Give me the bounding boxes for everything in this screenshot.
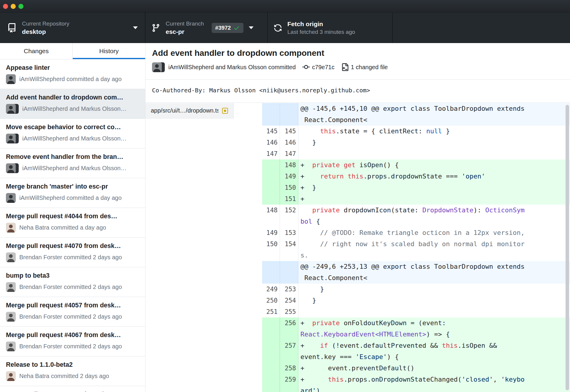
close-button[interactable] bbox=[3, 4, 8, 9]
changed-files-group: 1 changed file bbox=[341, 63, 388, 71]
commit-list-item[interactable]: Add event handler to dropdown com…iAmWil… bbox=[0, 89, 145, 119]
diff-line: 145145 this.state = { clientRect: null } bbox=[262, 126, 570, 137]
repo-icon bbox=[7, 23, 17, 33]
commit-item-byline: Neha Batra committed a day ago bbox=[6, 223, 139, 233]
changed-files-count: 1 changed file bbox=[351, 64, 388, 71]
old-line-number bbox=[262, 374, 280, 392]
main-panel: Add event handler to dropdown component … bbox=[145, 43, 570, 392]
diff-scrollbar[interactable] bbox=[566, 105, 569, 390]
branch-selector[interactable]: Current Branch esc-pr #3972 bbox=[145, 12, 268, 43]
diff-line-content: // @TODO: Remake triangle octicon in a 1… bbox=[298, 227, 570, 238]
avatar bbox=[6, 223, 16, 233]
commit-item-byline: iAmWillShepherd committed a day ago bbox=[6, 193, 139, 203]
commit-item-byline-text: Neha Batra committed a day ago bbox=[19, 224, 106, 231]
diff-line: 149153 // @TODO: Remake triangle octicon… bbox=[262, 227, 570, 238]
old-line-number: 150 bbox=[262, 238, 280, 261]
old-line-number bbox=[262, 261, 280, 284]
new-line-number: 255 bbox=[280, 306, 298, 317]
commit-list-item[interactable]: bump to beta3Brendan Forster committed 2… bbox=[0, 267, 145, 297]
new-line-number: 152 bbox=[280, 205, 298, 227]
zoom-button[interactable] bbox=[18, 4, 23, 9]
repository-name: desktop bbox=[22, 28, 69, 35]
modified-status-icon bbox=[222, 108, 228, 114]
new-line-number: 148 bbox=[280, 159, 298, 171]
old-line-number bbox=[262, 171, 280, 182]
old-line-number: 145 bbox=[262, 126, 280, 137]
diff-line: 151+ bbox=[262, 193, 570, 205]
chevron-down-icon bbox=[249, 26, 254, 29]
old-line-number bbox=[262, 317, 280, 340]
repository-label: Current Repository bbox=[22, 20, 69, 27]
diff-view: app/src/ui/t…/dropdown.tsx @@ -145,6 +14… bbox=[145, 103, 570, 392]
author-avatar bbox=[152, 62, 162, 72]
repository-selector[interactable]: Current Repository desktop bbox=[0, 12, 145, 43]
commit-item-byline: iAmWillShepherd and Markus Olsson… bbox=[6, 104, 139, 114]
commit-message-body: Co-Authored-By: Markus Olsson <niik@user… bbox=[145, 80, 570, 103]
old-line-number bbox=[262, 182, 280, 193]
commit-item-title: Merge branch 'master' into esc-pr bbox=[6, 183, 139, 190]
diff-line: 150154 // right now it's scaled badly on… bbox=[262, 238, 570, 261]
commit-item-title: Merge pull request #4044 from des… bbox=[6, 212, 139, 220]
commit-item-byline-text: iAmWillShepherd and Markus Olsson… bbox=[22, 165, 126, 172]
commit-meta: iAmWillShepherd and Markus Olsson commit… bbox=[152, 62, 563, 72]
old-line-number: 251 bbox=[262, 306, 280, 317]
avatar bbox=[6, 193, 16, 203]
commit-list-item[interactable]: Release to 1.1.0-beta2Neha Batra committ… bbox=[0, 356, 145, 386]
author-avatar bbox=[6, 223, 16, 233]
diff-line-content: this.state = { clientRect: null } bbox=[298, 126, 570, 137]
tab-changes[interactable]: Changes bbox=[0, 43, 73, 59]
diff-line: 148152 private dropdownIcon(state: Dropd… bbox=[262, 205, 570, 227]
sidebar-tabs: Changes History bbox=[0, 43, 145, 59]
commit-authors: iAmWillShepherd and Markus Olsson commit… bbox=[168, 64, 296, 71]
commit-list-item[interactable]: Merge pull request #4057 from desk…Brend… bbox=[0, 297, 145, 327]
commit-list-item[interactable]: Appease linteriAmWillShepherd committed … bbox=[0, 59, 145, 89]
minimize-button[interactable] bbox=[11, 4, 16, 9]
commit-list-item[interactable]: Merge pull request #4067 from desk…Brend… bbox=[0, 327, 145, 356]
new-line-number: 258 bbox=[280, 363, 298, 374]
diff-line-content: + bbox=[298, 193, 570, 205]
diff-line: 150+ } bbox=[262, 182, 570, 193]
diff-line: 250254 } bbox=[262, 295, 570, 306]
branch-label: Current Branch bbox=[166, 20, 204, 27]
diff-line: 256+ private onFoldoutKeyDown = (event:R… bbox=[262, 317, 570, 340]
author-avatar bbox=[6, 104, 16, 114]
author-avatar bbox=[6, 342, 16, 351]
commit-history-list: Appease linteriAmWillShepherd committed … bbox=[0, 59, 145, 392]
commit-item-title: Merge pull request #4072 from des… bbox=[6, 391, 139, 392]
diff-line-content: + this.props.onDropdownStateChanged('clo… bbox=[298, 374, 570, 392]
branch-name: esc-pr bbox=[166, 28, 204, 35]
diff-line: 146146 } bbox=[262, 137, 570, 148]
git-branch-icon bbox=[151, 23, 160, 32]
author-avatar bbox=[6, 371, 16, 381]
diff-line-content: + private onFoldoutKeyDown = (event:Reac… bbox=[298, 317, 570, 340]
commit-list-item[interactable]: Remove event handler from the bran…iAmWi… bbox=[0, 148, 145, 178]
commit-list-item[interactable]: Merge pull request #4072 from des… bbox=[0, 386, 145, 392]
author-avatar bbox=[6, 193, 16, 203]
diff-line-content: } bbox=[298, 284, 570, 295]
commit-sha-group: c79e71c bbox=[302, 63, 335, 71]
changed-file-row[interactable]: app/src/ui/t…/dropdown.tsx bbox=[145, 103, 234, 118]
github-desktop-window: Current Repository desktop Current Branc… bbox=[0, 0, 570, 392]
commit-item-byline: Brendan Forster committed 2 days ago bbox=[6, 282, 139, 292]
old-line-number: 146 bbox=[262, 137, 280, 148]
tab-history[interactable]: History bbox=[73, 43, 145, 59]
new-line-number: 151 bbox=[280, 193, 298, 205]
commit-item-byline: Brendan Forster committed 2 days ago bbox=[6, 342, 139, 351]
commit-item-byline-text: iAmWillShepherd committed a day ago bbox=[19, 195, 122, 201]
commit-item-byline-text: Brendan Forster committed 2 days ago bbox=[19, 254, 122, 261]
ci-status-check-icon bbox=[233, 25, 240, 31]
commit-list-item[interactable]: Merge pull request #4044 from des…Neha B… bbox=[0, 208, 145, 238]
diff-line: 147147 bbox=[262, 148, 570, 159]
commit-item-byline: Brendan Forster committed 2 days ago bbox=[6, 252, 139, 262]
fetch-origin-button[interactable]: Fetch origin Last fetched 3 minutes ago bbox=[268, 12, 393, 43]
avatar bbox=[6, 342, 16, 351]
new-line-number: 150 bbox=[280, 182, 298, 193]
new-line-number: 153 bbox=[280, 227, 298, 238]
avatar bbox=[6, 312, 16, 322]
new-line-number: 146 bbox=[280, 137, 298, 148]
commit-sha: c79e71c bbox=[312, 64, 335, 71]
old-line-number: 148 bbox=[262, 205, 280, 227]
commit-list-item[interactable]: Move escape behavior to correct co…iAmWi… bbox=[0, 119, 145, 148]
commit-list-item[interactable]: Merge pull request #4070 from desk…Brend… bbox=[0, 238, 145, 267]
commit-list-item[interactable]: Merge branch 'master' into esc-priAmWill… bbox=[0, 178, 145, 208]
